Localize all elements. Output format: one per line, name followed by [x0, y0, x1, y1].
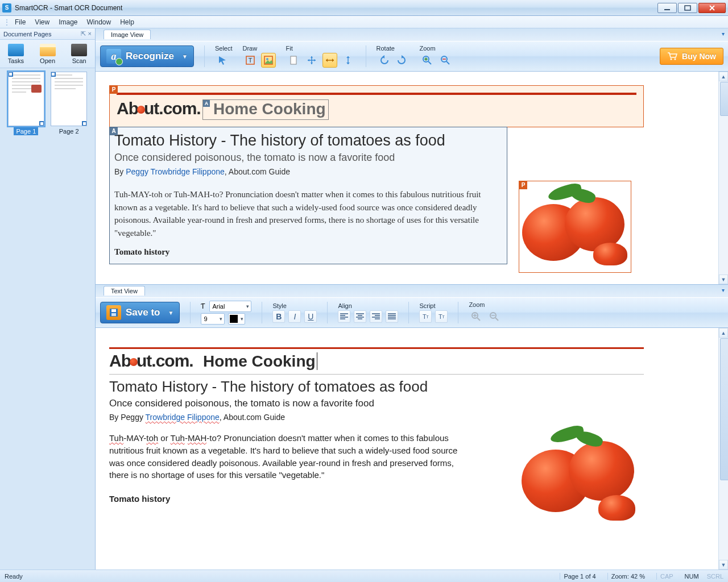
align-right-button[interactable]: [370, 310, 382, 323]
save-icon: [106, 305, 121, 320]
tasks-label: Tasks: [8, 57, 24, 64]
group-label: Zoom: [469, 301, 502, 308]
superscript-button[interactable]: TT: [419, 310, 432, 323]
region-tag: A: [110, 127, 118, 135]
bold-button[interactable]: B: [272, 310, 285, 323]
open-label: Open: [40, 57, 55, 64]
text-view-tabrow: Text View ▾: [96, 285, 728, 297]
chevron-down-icon: ▼: [182, 53, 188, 60]
status-num: NUM: [685, 573, 699, 580]
fit-height-icon[interactable]: [341, 53, 355, 68]
author-link[interactable]: Trowbridge Filippone: [146, 413, 220, 422]
menubar-grip: ⋮: [3, 18, 9, 26]
image-view-toolbar: a Recognize ▼ Select Draw T F: [96, 41, 728, 72]
svg-rect-13: [111, 313, 116, 316]
vertical-scrollbar[interactable]: ▲▼: [718, 328, 728, 569]
zoom-out-icon[interactable]: [438, 53, 453, 68]
fit-both-icon[interactable]: [304, 53, 319, 68]
draw-text-region-icon[interactable]: T: [243, 53, 258, 68]
save-to-button[interactable]: Save to ▼: [100, 302, 180, 323]
draw-picture-region-icon[interactable]: [261, 53, 276, 68]
picture-region-tomato[interactable]: P: [519, 181, 631, 273]
text-region-section[interactable]: AHome Cooking: [202, 99, 329, 120]
menu-file[interactable]: File: [10, 17, 30, 27]
fit-page-icon[interactable]: [286, 53, 301, 68]
article-title: Tomato History - The history of tomatoes…: [114, 132, 502, 149]
author-link[interactable]: Peggy Trowbridge Filippone: [126, 167, 225, 176]
font-family-select[interactable]: Arial: [209, 301, 251, 312]
cart-icon: [667, 52, 677, 60]
menu-image[interactable]: Image: [54, 17, 82, 27]
scan-button[interactable]: Scan: [68, 43, 90, 65]
section-title: Home Cooking: [213, 100, 326, 118]
status-cap: CAP: [656, 573, 677, 580]
thumbnail-page-1[interactable]: Page 1: [6, 72, 47, 135]
group-script: Script TT TT: [419, 302, 448, 323]
rotate-right-icon[interactable]: [395, 53, 410, 68]
pane-menu-icon[interactable]: ▾: [722, 287, 725, 293]
subscript-button[interactable]: TT: [435, 310, 448, 323]
zoom-in-icon[interactable]: [420, 53, 435, 68]
pointer-tool-icon[interactable]: [215, 53, 230, 68]
group-align: Align: [338, 302, 398, 323]
tasks-icon: [8, 44, 24, 56]
sidebar-header: Document Pages ⇱×: [0, 28, 95, 40]
color-swatch: [230, 315, 238, 323]
svg-point-10: [675, 59, 676, 60]
close-panel-icon[interactable]: ×: [88, 30, 92, 38]
tasks-button[interactable]: Tasks: [5, 43, 27, 65]
article-paragraph: Tuh-MAY-toh or Tuh-MAH-to? Pronunciation…: [109, 432, 462, 481]
tab-image-view[interactable]: Image View: [104, 30, 151, 39]
zoom-in-icon[interactable]: [469, 309, 483, 324]
group-font: Ƭ Arial 9: [201, 301, 251, 325]
align-left-button[interactable]: [338, 310, 350, 323]
scan-label: Scan: [72, 57, 86, 64]
status-scrl: SCRL: [707, 573, 723, 580]
zoom-out-icon[interactable]: [487, 309, 502, 324]
font-color-picker[interactable]: [228, 313, 245, 325]
pane-menu-icon[interactable]: ▾: [722, 31, 725, 37]
menu-window[interactable]: Window: [82, 17, 116, 27]
font-size-select[interactable]: 9: [201, 313, 225, 325]
text-document-area[interactable]: Abut.com. Home Cooking Tomato History - …: [96, 328, 728, 569]
status-ready: Ready: [5, 573, 23, 580]
image-document-area[interactable]: P Abut.com. AHome Cooking A Tomato Histo…: [96, 72, 728, 284]
open-button[interactable]: Open: [36, 43, 59, 65]
rotate-left-icon[interactable]: [377, 53, 391, 68]
text-view-toolbar: Save to ▼ Ƭ Arial 9 Style: [96, 297, 728, 328]
menu-help[interactable]: Help: [115, 17, 139, 27]
folder-icon: [40, 44, 56, 56]
text-region-article[interactable]: A Tomato History - The history of tomato…: [109, 127, 507, 264]
pin-icon[interactable]: ⇱: [81, 30, 86, 38]
svg-rect-1: [685, 6, 690, 10]
group-select: Select: [215, 45, 233, 68]
thumbnail-page-2[interactable]: Page 2: [48, 72, 89, 135]
group-label: Draw: [243, 45, 276, 52]
menu-view[interactable]: View: [30, 17, 54, 27]
align-center-button[interactable]: [354, 310, 366, 323]
svg-rect-0: [664, 9, 670, 10]
picture-region-header[interactable]: P Abut.com. AHome Cooking: [109, 85, 644, 127]
italic-button[interactable]: I: [288, 310, 301, 323]
align-justify-button[interactable]: [386, 310, 398, 323]
tab-text-view[interactable]: Text View: [104, 286, 145, 296]
chevron-down-icon: ▼: [168, 310, 173, 316]
minimize-button[interactable]: [657, 3, 677, 13]
article-subtitle: Once considered poisonous, the tomato is…: [114, 152, 502, 164]
close-button[interactable]: [698, 3, 726, 13]
group-fit: Fit: [286, 45, 355, 68]
status-zoom: Zoom: 42 %: [607, 573, 648, 580]
group-label: Select: [215, 45, 233, 52]
buy-now-button[interactable]: Buy Now: [660, 48, 723, 65]
vertical-scrollbar[interactable]: ▲▼: [718, 72, 728, 284]
recognize-button[interactable]: a Recognize ▼: [100, 45, 194, 67]
fit-width-icon[interactable]: [322, 53, 337, 68]
status-page: Page 1 of 4: [560, 573, 599, 580]
scanner-icon: [71, 44, 87, 56]
text-cursor: [317, 352, 317, 370]
group-label: Fit: [286, 45, 355, 52]
maximize-button[interactable]: [678, 3, 697, 13]
image-view-pane: Image View ▾ a Recognize ▼ Select Draw T: [96, 28, 728, 285]
svg-point-5: [266, 58, 268, 60]
underline-button[interactable]: U: [304, 310, 317, 323]
